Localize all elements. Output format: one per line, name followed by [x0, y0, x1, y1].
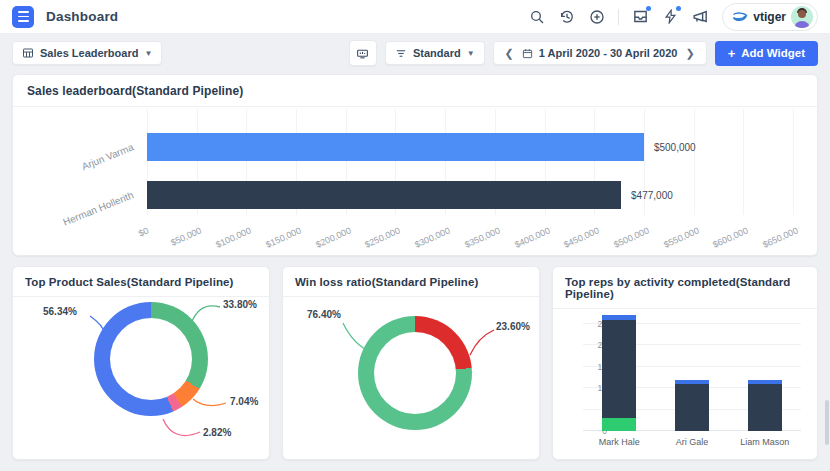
dashboard-toolbar: Sales Leaderboard ▼ Standard ▼ ❮ 1 April… [12, 40, 818, 66]
stacked-bar[interactable] [748, 380, 782, 431]
notification-dot [646, 6, 651, 11]
announcements-icon[interactable] [692, 8, 709, 25]
gridline [793, 109, 794, 215]
bar-value-label: $500,000 [654, 142, 696, 153]
card-title: Sales leaderboard(Standard Pipeline) [13, 75, 817, 107]
leaderboard-x-axis: $0$50,000$100,000$150,000$200,000$250,00… [147, 217, 793, 255]
slideshow-button[interactable] [349, 40, 377, 66]
inbox-icon[interactable] [632, 8, 649, 25]
bar-segment-navy-segment [602, 320, 636, 419]
add-record-icon[interactable] [588, 8, 605, 25]
x-tick-label: $450,000 [562, 225, 600, 249]
toolbar-right: Standard ▼ ❮ 1 April 2020 - 30 April 202… [349, 40, 818, 66]
stacked-bars [583, 311, 801, 431]
x-tick-label: $350,000 [463, 225, 501, 249]
card-top-product-sales: Top Product Sales(Standard Pipeline) 56.… [12, 266, 270, 460]
top-reps-plot: 0510152025 [583, 311, 801, 431]
x-tick-label: $600,000 [711, 225, 749, 249]
bottom-cards-row: Top Product Sales(Standard Pipeline) 56.… [12, 266, 818, 460]
product-sales-donut-chart: 56.34% 33.80% 7.04% 2.82% [13, 297, 269, 453]
slice-label-lost: 23.60% [496, 321, 530, 332]
topbar-divider [618, 9, 619, 25]
chevron-down-icon: ▼ [144, 49, 152, 58]
topbar-actions: vtiger [528, 3, 818, 31]
vtiger-brand[interactable]: vtiger [722, 3, 818, 31]
brand-name: vtiger [753, 10, 786, 24]
top-reps-x-axis: Mark HaleAri GaleLiam Mason [583, 437, 801, 447]
bar-segment-navy-segment [675, 384, 709, 431]
prev-period-button[interactable]: ❮ [503, 47, 516, 60]
x-tick-label: $0 [137, 225, 150, 238]
x-tick-label: $200,000 [314, 225, 352, 249]
card-sales-leaderboard: Sales leaderboard(Standard Pipeline) $50… [12, 74, 818, 256]
x-tick-label: $650,000 [761, 225, 799, 249]
dashboard-content: Sales Leaderboard ▼ Standard ▼ ❮ 1 April… [0, 34, 830, 471]
search-icon[interactable] [528, 8, 545, 25]
bar-category-label: Herman Hollerith [33, 189, 135, 239]
x-tick-label: $100,000 [215, 225, 253, 249]
vtiger-logo-icon [732, 11, 748, 23]
filter-icon [395, 48, 407, 59]
hamburger-icon [18, 10, 29, 23]
x-tick-label: $50,000 [169, 225, 203, 247]
slice-label-blue: 56.34% [43, 306, 77, 317]
x-tick-label: $250,000 [364, 225, 402, 249]
stacked-bar[interactable] [602, 315, 636, 431]
slice-label-won: 76.40% [307, 309, 341, 320]
x-category-label: Ari Gale [662, 437, 722, 447]
card-top-reps: Top reps by activity completed(Standard … [552, 266, 818, 460]
top-bar: Dashboard vtiger [0, 0, 830, 34]
donut-hole [374, 332, 456, 414]
gridline [743, 109, 744, 215]
user-avatar[interactable] [791, 6, 813, 28]
date-range-picker[interactable]: ❮ 1 April 2020 - 30 April 2020 ❯ [493, 41, 707, 65]
card-win-loss-ratio: Win loss ratio(Standard Pipeline) 76.40%… [282, 266, 540, 460]
chevron-down-icon: ▼ [467, 49, 475, 58]
history-icon[interactable] [558, 8, 575, 25]
x-tick-label: $300,000 [413, 225, 451, 249]
pipeline-selector[interactable]: Standard ▼ [385, 41, 485, 65]
x-tick-label: $550,000 [662, 225, 700, 249]
x-tick-label: $400,000 [513, 225, 551, 249]
donut-ring[interactable] [358, 316, 472, 430]
leaderboard-plot: $500,000$477,000 [147, 109, 793, 215]
x-tick-label: $150,000 [264, 225, 302, 249]
leaderboard-chart: $500,000$477,000 Arjun VarmaHerman Holle… [27, 109, 803, 255]
top-reps-chart: 0510152025 Mark HaleAri GaleLiam Mason [553, 309, 817, 465]
scrollbar-thumb[interactable] [825, 400, 829, 445]
x-tick-label: $500,000 [612, 225, 650, 249]
gridline [694, 109, 695, 215]
notification-dot [676, 6, 681, 11]
donut-ring[interactable] [94, 302, 208, 416]
grid-table-icon [22, 47, 34, 59]
next-period-button[interactable]: ❯ [683, 47, 696, 60]
win-loss-donut-chart: 76.40% 23.60% [283, 297, 539, 453]
pipeline-selector-label: Standard [413, 47, 461, 59]
slideshow-icon [356, 47, 369, 60]
page-title: Dashboard [46, 9, 118, 24]
actions-bolt-icon[interactable] [662, 8, 679, 25]
add-widget-button[interactable]: + Add Widget [715, 41, 818, 66]
slice-label-pink: 2.82% [203, 427, 231, 438]
bar-category-label: Arjun Varma [33, 141, 135, 191]
dashboard-selector-label: Sales Leaderboard [40, 47, 138, 59]
leaderboard-bar[interactable] [147, 133, 644, 161]
x-category-label: Liam Mason [735, 437, 795, 447]
leaderboard-bar[interactable] [147, 181, 621, 209]
date-range-label: 1 April 2020 - 30 April 2020 [539, 47, 678, 59]
menu-button[interactable] [12, 6, 34, 28]
add-widget-label: Add Widget [741, 47, 805, 59]
bar-segment-green-segment [602, 418, 636, 431]
stacked-bar[interactable] [675, 380, 709, 431]
bar-value-label: $477,000 [631, 190, 673, 201]
card-title: Top Product Sales(Standard Pipeline) [13, 267, 269, 297]
x-category-label: Mark Hale [589, 437, 649, 447]
bar-segment-navy-segment [748, 384, 782, 431]
slice-label-green: 33.80% [223, 299, 257, 310]
slice-label-orange: 7.04% [230, 396, 258, 407]
donut-hole [110, 318, 192, 400]
card-title: Top reps by activity completed(Standard … [553, 267, 817, 309]
dashboard-selector[interactable]: Sales Leaderboard ▼ [12, 41, 162, 65]
card-title: Win loss ratio(Standard Pipeline) [283, 267, 539, 297]
calendar-icon [522, 48, 533, 59]
